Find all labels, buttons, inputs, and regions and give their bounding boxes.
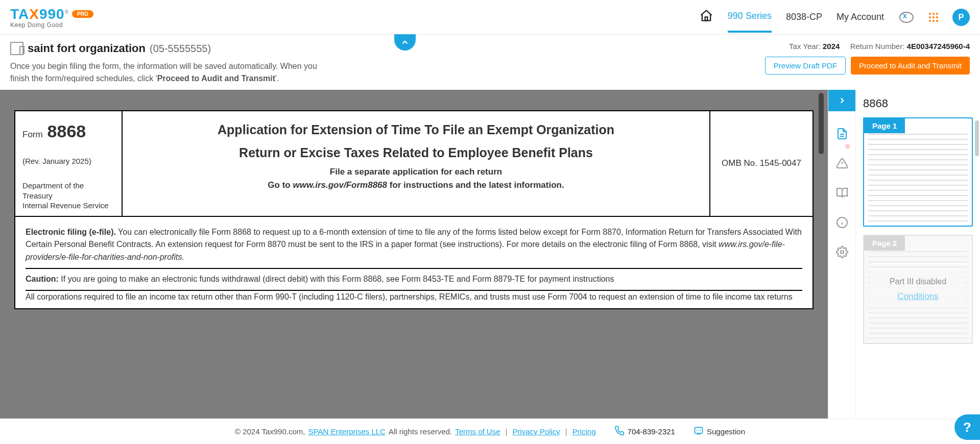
alert-icon[interactable]: [835, 156, 849, 170]
panel-toggle-button[interactable]: [828, 90, 856, 111]
thumb-panel-title: 8868: [863, 97, 973, 110]
nav-right: 990 Series 8038-CP My Account X P: [699, 9, 970, 26]
form-title-2: Return or Excise Taxes Related to Employ…: [133, 144, 699, 161]
disabled-text: Part III disabled: [872, 277, 965, 286]
book-icon[interactable]: [835, 186, 849, 200]
form-scrollbar[interactable]: [819, 93, 824, 154]
thumb-label-2: Page 2: [864, 236, 905, 251]
info-icon[interactable]: [835, 215, 849, 230]
form-viewer: Form 8868 (Rev. January 2025) Department…: [0, 90, 828, 425]
settings-icon[interactable]: [835, 245, 849, 259]
nav-my-account[interactable]: My Account: [836, 12, 884, 32]
main-area: Form 8868 (Rev. January 2025) Department…: [0, 90, 980, 425]
tagline: Keep Doing Good: [10, 21, 93, 29]
form-page-content: Form 8868 (Rev. January 2025) Department…: [14, 110, 814, 309]
logo[interactable]: TAX990® PRO Keep Doing Good: [10, 6, 93, 29]
thumb-label-1: Page 1: [864, 118, 905, 133]
corp-section: All corporations required to file an inc…: [26, 291, 802, 304]
form-sub-2: Go to www.irs.gov/Form8868 for instructi…: [133, 180, 699, 190]
document-icon[interactable]: [835, 127, 849, 141]
user-avatar[interactable]: P: [952, 9, 970, 26]
nav-990-series[interactable]: 990 Series: [728, 11, 772, 33]
subheader: saint fort organization (05-5555555) Onc…: [0, 35, 980, 90]
top-header: TAX990® PRO Keep Doing Good 990 Series 8…: [0, 0, 980, 35]
svg-rect-0: [705, 17, 708, 20]
footer: © 2024 Tax990.com, SPAN Enterprises LLC …: [0, 418, 980, 425]
form-sub-1: File a separate application for each ret…: [133, 167, 699, 177]
side-toolbar: [828, 90, 855, 425]
form-revision: (Rev. January 2025): [22, 157, 114, 165]
apps-grid-icon[interactable]: [929, 13, 938, 22]
nav-8038-cp[interactable]: 8038-CP: [786, 12, 822, 32]
panel-scrollbar[interactable]: [975, 120, 979, 156]
alert-dot: [845, 144, 850, 149]
svg-point-8: [841, 251, 844, 254]
thumbnail-page-2: Page 2 Part III disabled Conditions: [863, 235, 973, 344]
form-title-1: Application for Extension of Time To Fil…: [133, 121, 699, 138]
instruction-text: Once you begin filing the form, the info…: [10, 60, 337, 85]
org-name: saint fort organization: [28, 42, 146, 55]
form-department: Department of the TreasuryInternal Reven…: [22, 181, 114, 211]
mascot-icon[interactable]: X: [898, 11, 915, 24]
pro-badge: PRO: [72, 10, 93, 18]
thumbnail-panel: 8868 Page 1 Page 2 Part III disabled Con…: [855, 90, 980, 425]
meta-row: Tax Year: 2024 Return Number: 4E00347245…: [765, 42, 970, 51]
omb-number: OMB No. 1545-0047: [710, 111, 812, 216]
home-icon[interactable]: [699, 9, 713, 26]
preview-draft-pdf-button[interactable]: Preview Draft PDF: [765, 57, 846, 75]
building-icon: [10, 42, 23, 55]
conditions-link[interactable]: Conditions: [872, 291, 965, 302]
org-ein: (05-5555555): [150, 43, 211, 55]
proceed-audit-transmit-button[interactable]: Proceed to Audit and Transmit: [851, 57, 970, 75]
form-number: 8868: [47, 121, 86, 141]
caution-section: Caution: If you are going to make an ele…: [26, 269, 802, 291]
efile-section: Electronic filing (e-file). You can elec…: [26, 222, 802, 269]
thumbnail-page-1[interactable]: Page 1: [863, 117, 973, 227]
